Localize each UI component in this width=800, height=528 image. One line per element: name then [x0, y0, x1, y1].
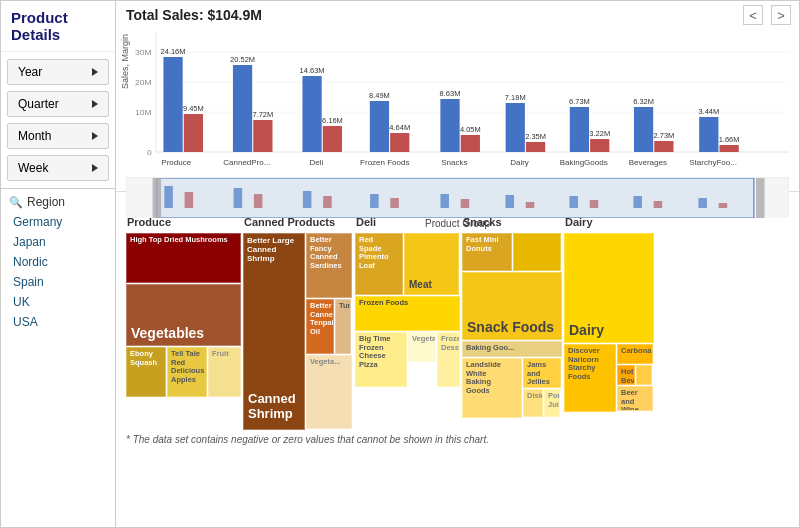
- search-icon: 🔍: [9, 196, 23, 209]
- treemap-cell[interactable]: Discover Naricorn Starchy Foods: [564, 344, 616, 412]
- svg-rect-75: [756, 178, 765, 218]
- region-item-nordic[interactable]: Nordic: [9, 253, 107, 271]
- svg-rect-74: [153, 178, 162, 218]
- filter-btn-week[interactable]: Week: [7, 155, 109, 181]
- treemap-cell[interactable]: Baking Goo...: [462, 341, 562, 357]
- svg-rect-41: [699, 117, 718, 152]
- treemap-container: ProduceHigh Top Dried MushroomsVegetable…: [126, 216, 789, 431]
- svg-text:1.66M: 1.66M: [719, 135, 740, 144]
- treemap-cell[interactable]: Jams and Jellies: [523, 358, 561, 388]
- treemap-cell[interactable]: [636, 365, 652, 385]
- treemap-cell[interactable]: Hot Bever...: [617, 365, 635, 385]
- treemap-cell[interactable]: Vegeta...: [306, 355, 352, 429]
- filter-arrow-quarter: [92, 100, 98, 108]
- svg-rect-42: [719, 145, 738, 152]
- region-item-japan[interactable]: Japan: [9, 233, 107, 251]
- treemap-cell[interactable]: Better Fancy Canned Sardines: [306, 233, 352, 298]
- svg-text:8.49M: 8.49M: [369, 91, 390, 100]
- filter-label-month: Month: [18, 129, 51, 143]
- treemap-cell[interactable]: Tuna: [335, 299, 351, 354]
- svg-text:StarchyFoo...: StarchyFoo...: [689, 158, 737, 167]
- treemap-cell[interactable]: Fast Mini Donuts: [462, 233, 512, 271]
- treemap-cell[interactable]: Better Large Canned ShrimpCanned Shrimp: [243, 233, 305, 430]
- svg-rect-14: [253, 120, 272, 152]
- treemap-col-canned: Canned ProductsBetter Large Canned Shrim…: [243, 216, 353, 431]
- region-header: 🔍 Region: [9, 195, 107, 209]
- treemap-cell[interactable]: Beer and Wine: [617, 386, 653, 411]
- treemap-cell[interactable]: Vegeta...: [408, 332, 436, 362]
- svg-text:6.16M: 6.16M: [322, 116, 343, 125]
- svg-text:20.52M: 20.52M: [230, 55, 255, 64]
- region-list: GermanyJapanNordicSpainUKUSA: [9, 213, 107, 331]
- nav-forward-button[interactable]: >: [771, 5, 791, 25]
- sidebar: Product Details YearQuarterMonthWeek 🔍 R…: [1, 1, 116, 527]
- svg-text:BakingGoods: BakingGoods: [560, 158, 608, 167]
- treemap-cell[interactable]: [513, 233, 561, 271]
- svg-rect-38: [654, 141, 673, 152]
- treemap-cell[interactable]: Dairy: [564, 233, 654, 343]
- region-section: 🔍 Region GermanyJapanNordicSpainUKUSA: [1, 189, 115, 337]
- treemap-disclaimer: * The data set contains negative or zero…: [126, 431, 789, 448]
- treemap-cell[interactable]: Fruit: [208, 347, 241, 397]
- region-label: Region: [27, 195, 65, 209]
- svg-text:24.16M: 24.16M: [161, 47, 186, 56]
- svg-rect-22: [390, 133, 409, 152]
- svg-text:CannedPro...: CannedPro...: [223, 158, 270, 167]
- filter-btn-year[interactable]: Year: [7, 59, 109, 85]
- treemap-cell[interactable]: Meat: [404, 233, 459, 295]
- svg-rect-73: [157, 178, 754, 218]
- sidebar-title: Product Details: [1, 1, 115, 52]
- filter-btn-quarter[interactable]: Quarter: [7, 91, 109, 117]
- svg-text:10M: 10M: [135, 108, 152, 117]
- main-content: < > Total Sales: $104.9M Sales, Margin: [116, 1, 799, 527]
- svg-text:Dairy: Dairy: [510, 158, 529, 167]
- region-item-spain[interactable]: Spain: [9, 273, 107, 291]
- mini-chart[interactable]: [126, 177, 789, 217]
- treemap-cell[interactable]: Big Time Frozen Cheese Pizza: [355, 332, 407, 387]
- treemap-cell[interactable]: Landslide White Baking Goods: [462, 358, 522, 418]
- treemap-cell[interactable]: Ebony Squash: [126, 347, 166, 397]
- svg-text:Beverages: Beverages: [629, 158, 667, 167]
- svg-text:0: 0: [147, 148, 152, 157]
- treemap-section: Product Treemap * ProduceHigh Top Dried …: [116, 192, 799, 527]
- svg-text:7.18M: 7.18M: [505, 93, 526, 102]
- treemap-cell[interactable]: High Top Dried Mushrooms: [126, 233, 241, 283]
- filter-label-week: Week: [18, 161, 48, 175]
- filter-btn-month[interactable]: Month: [7, 123, 109, 149]
- svg-rect-10: [184, 114, 203, 152]
- svg-text:20M: 20M: [135, 78, 152, 87]
- svg-rect-18: [323, 126, 342, 152]
- svg-rect-13: [233, 65, 252, 152]
- treemap-cell[interactable]: Carbona...: [617, 344, 653, 364]
- total-sales-label: Total Sales: $104.9M: [126, 7, 789, 23]
- x-axis-label: Product Group: [126, 218, 789, 229]
- filter-arrow-year: [92, 68, 98, 76]
- treemap-cell[interactable]: Disksa: [523, 389, 543, 417]
- svg-rect-9: [163, 57, 182, 152]
- region-item-germany[interactable]: Germany: [9, 213, 107, 231]
- treemap-col-deli: DeliRed Spade Pimento LoafMeatFrozen Foo…: [355, 216, 460, 431]
- svg-text:2.73M: 2.73M: [653, 131, 674, 140]
- region-item-uk[interactable]: UK: [9, 293, 107, 311]
- filter-label-quarter: Quarter: [18, 97, 59, 111]
- svg-text:6.73M: 6.73M: [569, 97, 590, 106]
- time-filter-group: YearQuarterMonthWeek: [1, 52, 115, 189]
- svg-text:6.32M: 6.32M: [633, 97, 654, 106]
- svg-text:4.64M: 4.64M: [389, 123, 410, 132]
- region-item-usa[interactable]: USA: [9, 313, 107, 331]
- svg-text:30M: 30M: [135, 48, 152, 57]
- treemap-cell[interactable]: Red Spade Pimento Loaf: [355, 233, 403, 295]
- treemap-cell[interactable]: Frozen Foods: [355, 296, 460, 331]
- filter-arrow-month: [92, 132, 98, 140]
- treemap-cell[interactable]: Snack Foods: [462, 272, 562, 340]
- treemap-cell[interactable]: Vegetables: [126, 284, 241, 346]
- svg-text:Snacks: Snacks: [441, 158, 467, 167]
- treemap-cell[interactable]: Better Canned Tenpai Oil: [306, 299, 334, 354]
- treemap-cell[interactable]: Pork Juice: [544, 389, 560, 417]
- svg-text:3.44M: 3.44M: [698, 107, 719, 116]
- svg-rect-37: [634, 107, 653, 152]
- svg-text:Deli: Deli: [309, 158, 323, 167]
- nav-back-button[interactable]: <: [743, 5, 763, 25]
- treemap-cell[interactable]: Frozen Desserts: [437, 332, 460, 387]
- treemap-cell[interactable]: Tell Tale Red Delicious Apples: [167, 347, 207, 397]
